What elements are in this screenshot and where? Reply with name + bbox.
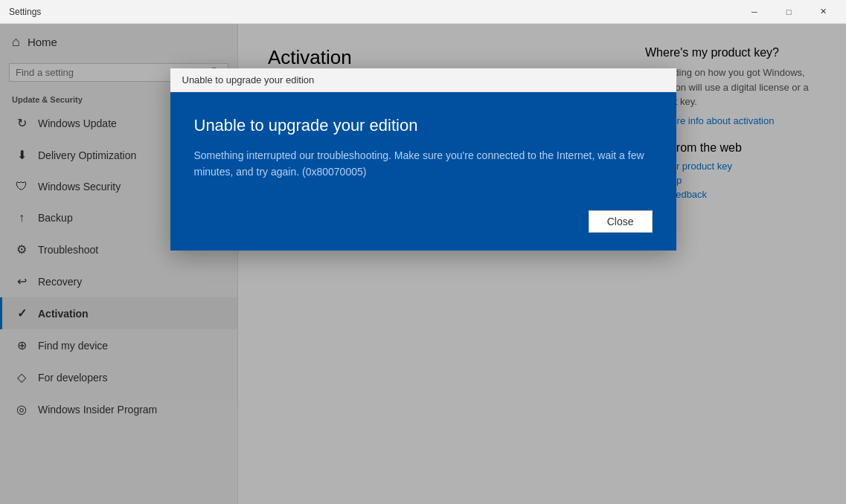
minimize-button[interactable]: ─ [737,0,772,24]
dialog-heading: Unable to upgrade your edition [194,116,653,135]
dialog-close-button[interactable]: Close [589,210,653,233]
error-dialog: Unable to upgrade your edition Unable to… [170,68,676,251]
title-bar-controls: ─ □ ✕ [737,0,840,24]
maximize-button[interactable]: □ [772,0,806,24]
dialog-overlay: Unable to upgrade your edition Unable to… [0,24,846,504]
dialog-message: Something interrupted our troubleshootin… [194,147,653,181]
dialog-title-text: Unable to upgrade your edition [182,74,315,85]
dialog-body: Unable to upgrade your edition Something… [170,92,676,198]
close-button[interactable]: ✕ [806,0,840,24]
title-bar: Settings ─ □ ✕ [0,0,846,24]
dialog-title-bar: Unable to upgrade your edition [170,68,676,92]
title-bar-title: Settings [9,7,41,17]
dialog-footer: Close [170,198,676,251]
